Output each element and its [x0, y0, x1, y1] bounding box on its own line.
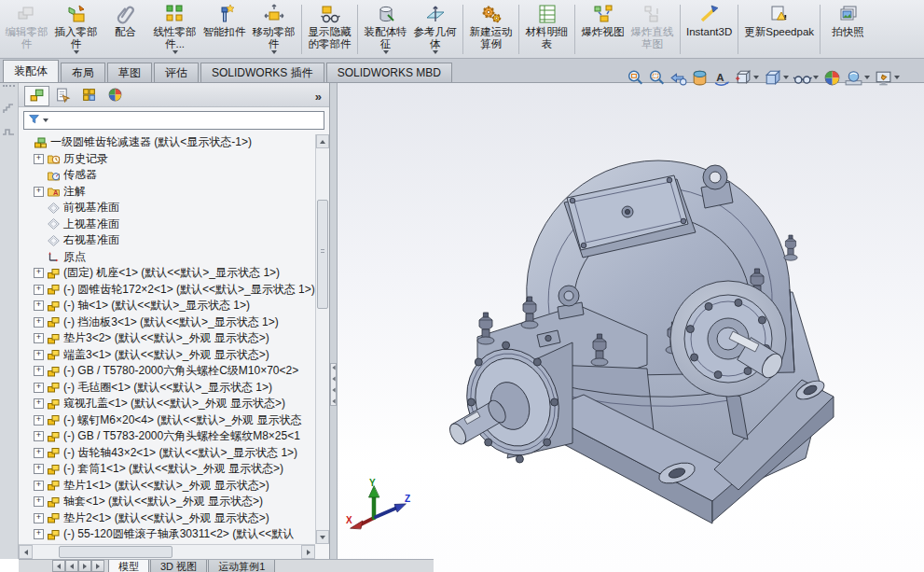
tree-item[interactable]: + 传感器	[21, 167, 315, 184]
ribbon-button[interactable]: 装配体特征	[361, 1, 410, 58]
command-tab[interactable]: SOLIDWORKS 插件	[200, 63, 324, 82]
tree-item[interactable]: + A 注解	[21, 184, 315, 201]
tab-scroll-left-button[interactable]	[65, 560, 78, 572]
rail-grip[interactable]	[3, 85, 15, 92]
tree-item[interactable]: + (-) GB / T5780-2000六角头螺栓C级M10×70<2>	[21, 363, 315, 380]
tab-scroll-first-button[interactable]	[52, 560, 65, 572]
ribbon-button[interactable]: 插入零部件	[51, 1, 101, 58]
tree-item[interactable]: + 历史记录	[21, 151, 315, 168]
tree-item[interactable]: + 垫片1<1> (默认<<默认>_外观 显示状态>)	[21, 478, 315, 495]
tree-item[interactable]: + (-) GB / T5783-2000六角头螺栓全螺纹M8×25<1	[21, 428, 315, 445]
view-tool-button[interactable]	[689, 66, 710, 90]
feature-manager-tab[interactable]	[76, 86, 102, 106]
ribbon-button[interactable]: 显示隐藏的零部件	[305, 1, 354, 58]
scroll-left-button[interactable]	[19, 545, 33, 559]
expand-toggle[interactable]: +	[34, 285, 44, 295]
view-tool-button[interactable]	[668, 66, 689, 90]
tree-filter-box[interactable]	[23, 111, 324, 130]
tree-item[interactable]: + (-) 圆锥齿轮172×2<1> (默认<<默认>_显示状态 1>)	[21, 282, 315, 299]
graphics-viewport[interactable]: X Y Z	[338, 83, 924, 572]
expand-toggle[interactable]: +	[34, 529, 44, 539]
tree-item[interactable]: + (-) 挡油板3<1> (默认<<默认>_显示状态 1>)	[21, 314, 315, 331]
command-tab[interactable]: SOLIDWORKS MBD	[326, 63, 452, 82]
command-tab[interactable]: 评估	[154, 63, 199, 82]
scroll-up-button[interactable]	[316, 134, 329, 148]
view-tool-button[interactable]	[821, 66, 843, 90]
view-tool-button[interactable]	[762, 66, 792, 90]
horizontal-scroll-thumb[interactable]	[59, 546, 172, 558]
ribbon-button[interactable]: 参考几何体	[410, 1, 460, 58]
tree-item[interactable]: + (固定) 机座<1> (默认<<默认>_显示状态 1>)	[21, 265, 315, 282]
ribbon-button[interactable]: 编辑零部件	[2, 1, 51, 58]
ribbon-button[interactable]: 新建运动算例	[466, 1, 516, 58]
expand-toggle[interactable]: +	[34, 187, 44, 197]
ribbon-button[interactable]: 爆炸视图	[578, 1, 627, 58]
expand-toggle[interactable]: +	[34, 300, 44, 311]
expand-toggle[interactable]: +	[34, 366, 44, 376]
tab-scroll-right-button[interactable]	[78, 560, 91, 572]
document-view-tab[interactable]: 模型	[108, 560, 149, 572]
rail-icon[interactable]	[1, 124, 16, 139]
expand-toggle[interactable]: +	[34, 448, 44, 458]
gear-reducer-model[interactable]	[338, 83, 924, 572]
view-tool-button[interactable]	[625, 66, 646, 90]
dropdown-caret-icon[interactable]	[433, 50, 438, 54]
expand-toggle[interactable]: +	[34, 398, 44, 409]
tree-item[interactable]: + 垫片2<1> (默认<<默认>_外观 显示状态>)	[21, 510, 315, 527]
expand-toggle[interactable]: +	[34, 513, 44, 523]
dropdown-caret-icon[interactable]	[864, 76, 870, 79]
dropdown-caret-icon[interactable]	[383, 50, 389, 54]
ribbon-button[interactable]: 移动零部件	[249, 1, 298, 58]
dropdown-caret-icon[interactable]	[74, 50, 79, 54]
expand-toggle[interactable]: +	[34, 350, 44, 360]
feature-manager-tab[interactable]	[103, 86, 128, 106]
dropdown-caret-icon[interactable]	[753, 76, 759, 79]
expand-toggle[interactable]: +	[34, 464, 44, 474]
tree-item[interactable]: + 前视基准面	[21, 200, 315, 216]
command-tab[interactable]: 草图	[107, 63, 152, 82]
dropdown-caret-icon[interactable]	[813, 76, 819, 79]
expand-toggle[interactable]: +	[34, 333, 44, 343]
ribbon-button[interactable]: 线性零部件...	[150, 1, 200, 58]
expand-toggle[interactable]: +	[34, 383, 44, 393]
view-tool-button[interactable]	[873, 66, 903, 90]
panel-collapse-handle[interactable]	[330, 363, 337, 406]
view-tool-button[interactable]: A	[710, 66, 732, 90]
rail-icon[interactable]	[1, 101, 16, 116]
tree-item[interactable]: + 轴套<1> (默认<<默认>_外观 显示状态>)	[21, 494, 315, 510]
expand-toggle[interactable]: +	[34, 481, 44, 491]
tree-item[interactable]: + 窥视孔盖<1> (默认<<默认>_外观 显示状态>)	[21, 396, 315, 412]
panel-expand-chevron[interactable]: »	[315, 90, 325, 106]
tree-item[interactable]: + (-) 套筒1<1> (默认<<默认>_外观 显示状态>)	[21, 461, 315, 478]
panel-splitter[interactable]	[330, 83, 338, 559]
filter-caret-icon[interactable]	[43, 119, 48, 122]
ribbon-button[interactable]: 更新Speedpak	[741, 1, 817, 58]
document-view-tab[interactable]: 3D 视图	[150, 560, 207, 572]
view-tool-button[interactable]	[792, 66, 821, 90]
tree-item[interactable]: + 一级圆锥齿轮减速器 (默认<显示状态-1>)	[21, 134, 315, 151]
ribbon-button[interactable]: 材料明细表	[522, 1, 572, 58]
tree-item[interactable]: + (-) 轴<1> (默认<<默认>_显示状态 1>)	[21, 298, 315, 314]
expand-toggle[interactable]: +	[34, 317, 44, 328]
view-tool-button[interactable]	[646, 66, 668, 90]
ribbon-button[interactable]: 拍快照	[823, 1, 873, 58]
dropdown-caret-icon[interactable]	[271, 50, 277, 54]
tree-vertical-scrollbar[interactable]	[315, 134, 329, 544]
view-tool-button[interactable]	[843, 66, 873, 90]
expand-toggle[interactable]: +	[34, 415, 44, 426]
feature-manager-tab[interactable]	[50, 86, 76, 106]
view-tool-button[interactable]	[732, 66, 762, 90]
document-view-tab[interactable]: 运动算例1	[208, 560, 275, 572]
command-tab[interactable]: 装配体	[3, 60, 59, 82]
tree-item[interactable]: + (-) 55-120圆锥滚子轴承30311<2> (默认<<默认	[21, 526, 315, 543]
tree-item[interactable]: + 原点	[21, 249, 315, 266]
scroll-down-button[interactable]	[316, 530, 329, 544]
tree-item[interactable]: + 端盖3<1> (默认<<默认>_外观 显示状态>)	[21, 347, 315, 364]
filter-funnel-icon[interactable]	[28, 113, 40, 128]
expand-toggle[interactable]: +	[34, 496, 44, 507]
tree-item[interactable]: + (-) 螺钉M6×20<4> (默认<<默认>_外观 显示状态	[21, 412, 315, 429]
vertical-scroll-thumb[interactable]	[317, 200, 328, 309]
scroll-right-button[interactable]	[301, 545, 315, 559]
tree-item[interactable]: + 垫片3<2> (默认<<默认>_外观 显示状态>)	[21, 330, 315, 347]
tab-scroll-last-button[interactable]	[91, 560, 104, 572]
